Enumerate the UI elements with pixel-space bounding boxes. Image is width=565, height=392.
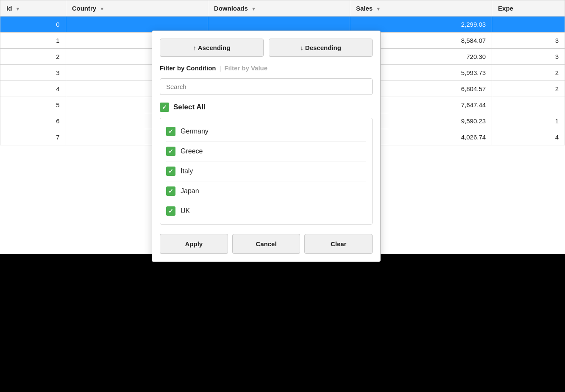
sort-ascending-button[interactable]: ↑ Ascending [160,39,264,57]
filter-by-value-tab[interactable]: Filter by Value [224,64,267,72]
col-header-expe[interactable]: Expe [492,0,565,17]
country-label-greece: Greece [181,147,203,155]
cell-id: 0 [0,17,66,33]
checkbox-list-inner: Germany Greece Italy Japan UK [160,122,372,221]
cell-id: 6 [0,113,66,129]
country-label-germany: Germany [181,128,209,135]
cell-sales: 2,299.03 [350,17,492,33]
cell-expe: 2 [492,81,565,97]
list-item[interactable]: Italy [166,161,366,181]
search-input-wrap [160,78,373,95]
germany-checkbox[interactable] [166,127,175,136]
greece-checkbox[interactable] [166,147,175,156]
cell-downloads [208,17,350,33]
select-all-checkbox[interactable] [160,103,169,112]
list-item[interactable]: Greece [166,142,366,161]
filter-popup: ↑ Ascending ↓ Descending Filter by Condi… [152,31,381,262]
cell-id: 3 [0,65,66,81]
cell-country [66,17,208,33]
cell-expe: 1 [492,113,565,129]
sort-descending-button[interactable]: ↓ Descending [269,39,373,57]
col-sales-filter-icon[interactable]: ▼ [376,6,381,11]
clear-button[interactable]: Clear [304,234,373,254]
col-header-sales[interactable]: Sales ▼ [350,0,492,17]
cell-id: 2 [0,49,66,65]
list-item[interactable]: Germany [166,122,366,142]
search-input[interactable] [160,78,373,95]
uk-checkbox[interactable] [166,206,175,216]
col-country-filter-icon[interactable]: ▼ [100,6,104,11]
country-checkbox-list: Germany Greece Italy Japan UK [160,118,373,225]
filter-by-condition-tab[interactable]: Filter by Condition [160,64,216,72]
cell-expe: 2 [492,65,565,81]
action-buttons-row: Apply Cancel Clear [160,234,373,254]
cell-id: 7 [0,129,66,145]
cancel-button[interactable]: Cancel [232,234,301,254]
country-label-uk: UK [181,207,190,215]
cell-id: 4 [0,81,66,97]
filter-tabs-row: Filter by Condition | Filter by Value [160,64,373,72]
col-header-downloads[interactable]: Downloads ▼ [208,0,350,17]
cell-expe: 3 [492,49,565,65]
col-country-label: Country [72,5,97,12]
italy-checkbox[interactable] [166,167,175,176]
select-all-row[interactable]: Select All [160,101,373,114]
cell-id: 5 [0,97,66,113]
country-label-japan: Japan [181,187,199,195]
col-header-id[interactable]: Id ▼ [0,0,66,17]
col-expe-label: Expe [498,5,513,12]
bottom-area [0,254,565,392]
cell-expe: 4 [492,129,565,145]
list-item[interactable]: Japan [166,181,366,201]
table-row[interactable]: 0 2,299.03 [0,17,565,33]
sort-buttons-row: ↑ Ascending ↓ Descending [160,39,373,57]
cell-expe: 3 [492,33,565,49]
filter-tab-separator: | [220,64,221,72]
col-header-country[interactable]: Country ▼ [66,0,208,17]
cell-id: 1 [0,33,66,49]
col-id-label: Id [6,5,12,12]
apply-button[interactable]: Apply [160,234,228,254]
col-sales-label: Sales [356,5,373,12]
japan-checkbox[interactable] [166,186,175,196]
col-downloads-filter-icon[interactable]: ▼ [251,6,256,11]
col-id-filter-icon[interactable]: ▼ [16,6,20,11]
select-all-label: Select All [173,103,206,111]
col-downloads-label: Downloads [214,5,248,12]
country-label-italy: Italy [181,167,193,175]
list-item[interactable]: UK [166,201,366,221]
cell-expe [492,17,565,33]
cell-expe [492,97,565,113]
